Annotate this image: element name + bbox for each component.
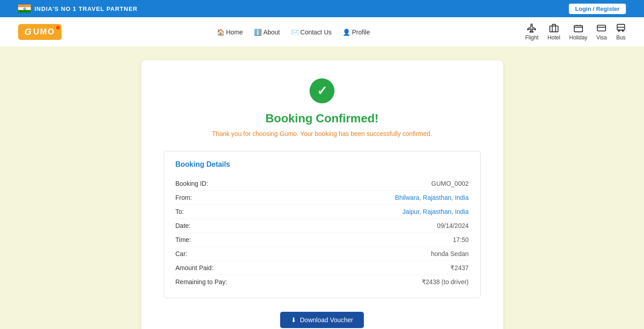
booking-details-section: Booking Details Booking ID:GUMO_0002From…: [164, 151, 481, 298]
detail-label: Time:: [176, 236, 191, 243]
detail-value: Bhilwara, Rajasthan, India: [395, 194, 469, 201]
home-icon: 🏠: [217, 29, 224, 36]
info-icon: ℹ️: [254, 29, 262, 36]
nav-visa[interactable]: Visa: [596, 23, 607, 41]
top-banner: INDIA'S NO 1 TRAVEL PARTNER Login / Regi…: [0, 0, 644, 17]
nav-icon-links: Flight Hotel Holiday Visa Bus: [525, 23, 626, 41]
booking-subtitle: Thank you for choosing Gumo. Your bookin…: [164, 130, 481, 137]
detail-row: Amount Paid:₹2437: [176, 261, 469, 275]
booking-confirmed-title: Booking Confirmed!: [164, 111, 481, 126]
banner-text: INDIA'S NO 1 TRAVEL PARTNER: [34, 5, 138, 12]
holiday-label: Holiday: [569, 34, 587, 41]
nav-contact[interactable]: ✉️ Contact Us: [291, 29, 332, 36]
download-btn-wrapper: ⬇ Download Voucher: [164, 312, 481, 328]
logo[interactable]: G UMO: [18, 24, 62, 40]
detail-row: Time:17:50: [176, 233, 469, 247]
detail-value: Jaipur, Rajasthan, India: [402, 208, 468, 215]
nav-holiday[interactable]: Holiday: [569, 23, 587, 41]
detail-label: Booking ID:: [176, 180, 208, 187]
booking-details-title: Booking Details: [176, 160, 469, 169]
detail-value: 09/14/2024: [437, 222, 468, 229]
nav-hotel[interactable]: Hotel: [548, 23, 560, 41]
nav-profile-label: Profile: [352, 29, 370, 36]
nav-flight[interactable]: Flight: [525, 23, 538, 41]
success-icon: [310, 78, 334, 103]
nav-home[interactable]: 🏠 Home: [217, 29, 243, 36]
detail-row: From:Bhilwara, Rajasthan, India: [176, 191, 469, 205]
detail-row: Booking ID:GUMO_0002: [176, 177, 469, 191]
nav-bus[interactable]: Bus: [616, 23, 626, 41]
nav-profile[interactable]: 👤 Profile: [343, 29, 370, 36]
detail-value: ₹2437: [450, 264, 468, 271]
navbar: G UMO 🏠 Home ℹ️ About ✉️ Contact Us 👤: [0, 17, 644, 47]
detail-value: ₹2438 (to driver): [422, 278, 469, 285]
main-content: Booking Confirmed! Thank you for choosin…: [0, 47, 644, 329]
visa-label: Visa: [596, 34, 607, 41]
detail-row: To:Jaipur, Rajasthan, India: [176, 205, 469, 219]
login-register-button[interactable]: Login / Register: [569, 4, 626, 14]
bus-label: Bus: [616, 34, 626, 41]
detail-label: To:: [176, 208, 184, 215]
nav-contact-label: Contact Us: [301, 29, 332, 36]
detail-label: Remaining to Pay:: [176, 278, 227, 285]
download-btn-label: Download Voucher: [300, 316, 353, 324]
booking-details-rows: Booking ID:GUMO_0002From:Bhilwara, Rajas…: [176, 177, 469, 289]
success-icon-wrapper: [164, 78, 481, 103]
detail-row: Remaining to Pay:₹2438 (to driver): [176, 275, 469, 289]
detail-label: Date:: [176, 222, 191, 229]
india-flag: [18, 5, 31, 13]
nav-about-label: About: [263, 29, 280, 36]
banner-left: INDIA'S NO 1 TRAVEL PARTNER: [18, 5, 138, 13]
svg-rect-1: [574, 26, 582, 32]
detail-label: From:: [176, 194, 192, 201]
detail-value: GUMO_0002: [431, 180, 468, 187]
booking-card: Booking Confirmed! Thank you for choosin…: [141, 60, 503, 329]
detail-row: Date:09/14/2024: [176, 219, 469, 233]
logo-text: UMO: [33, 27, 55, 37]
detail-label: Amount Paid:: [176, 264, 214, 271]
envelope-icon: ✉️: [291, 29, 299, 36]
nav-links: 🏠 Home ℹ️ About ✉️ Contact Us 👤 Profile: [217, 29, 370, 36]
detail-label: Car:: [176, 250, 187, 257]
logo-dot: [56, 26, 60, 29]
detail-value: 17:50: [453, 236, 468, 243]
logo-g: G: [24, 27, 32, 37]
detail-row: Car:honda Sedan: [176, 247, 469, 261]
download-icon: ⬇: [291, 316, 296, 324]
detail-value: honda Sedan: [431, 250, 468, 257]
hotel-label: Hotel: [548, 34, 560, 41]
svg-rect-2: [597, 25, 606, 31]
nav-home-label: Home: [226, 29, 243, 36]
user-icon: 👤: [343, 29, 350, 36]
download-voucher-button[interactable]: ⬇ Download Voucher: [280, 312, 364, 328]
flight-label: Flight: [525, 34, 538, 41]
nav-about[interactable]: ℹ️ About: [254, 29, 280, 36]
svg-rect-0: [550, 26, 558, 32]
